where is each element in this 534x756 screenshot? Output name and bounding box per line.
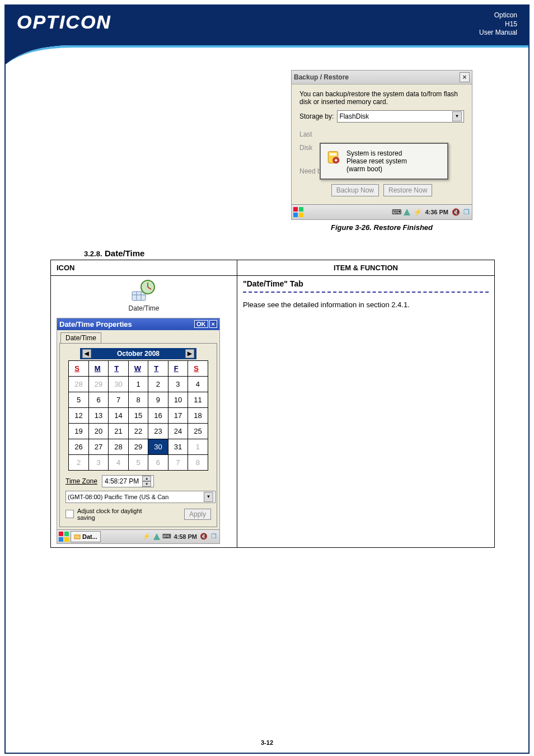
calendar-day[interactable]: 10 <box>168 392 188 407</box>
calendar-day[interactable]: 8 <box>188 454 208 470</box>
daylight-label: Adjust clock for daylight saving <box>77 508 161 521</box>
calendar-day[interactable]: 16 <box>148 407 168 423</box>
keyboard-icon[interactable]: ⌨ <box>392 208 401 217</box>
time-spinner[interactable]: 4:58:27 PM ▲ ▼ <box>102 475 154 487</box>
month-selector: ◀ October 2008 ▶ <box>80 348 196 359</box>
calendar-day[interactable]: 23 <box>148 423 168 439</box>
datetime-tab[interactable]: Date/Time <box>60 332 101 343</box>
calendar-day[interactable]: 5 <box>69 392 88 407</box>
battery-icon[interactable]: ⚡ <box>413 208 422 217</box>
calendar-day[interactable]: 6 <box>88 392 108 407</box>
backup-now-button[interactable]: Backup Now <box>331 184 379 196</box>
svg-rect-17 <box>64 537 69 542</box>
keyboard-icon[interactable]: ⌨ <box>162 532 171 541</box>
taskbar: ⌨ ⚡ 4:36 PM 🔇 ❐ <box>292 204 472 219</box>
timezone-combo[interactable]: (GMT-08:00) Pacific Time (US & Can ▼ <box>65 491 216 503</box>
svg-rect-15 <box>64 532 69 536</box>
calendar-day[interactable]: 22 <box>128 423 148 439</box>
calendar-day[interactable]: 3 <box>168 376 188 392</box>
section-number: 3.2.8. <box>84 250 102 258</box>
prev-month-button[interactable]: ◀ <box>82 349 91 358</box>
battery-icon[interactable]: ⚡ <box>142 532 151 541</box>
calendar-day[interactable]: 25 <box>188 423 208 439</box>
calendar-day[interactable]: 28 <box>109 439 128 454</box>
calendar-day[interactable]: 9 <box>148 392 168 407</box>
close-icon[interactable]: × <box>209 320 217 328</box>
calendar-day[interactable]: 6 <box>148 454 168 470</box>
calendar-day[interactable]: 29 <box>128 439 148 454</box>
taskbar-time: 4:58 PM <box>172 533 198 540</box>
col-icon-header: ICON <box>51 260 237 275</box>
calendar-day[interactable]: 1 <box>128 376 148 392</box>
calendar-day[interactable]: 2 <box>69 454 88 470</box>
calendar-day[interactable]: 4 <box>188 376 208 392</box>
svg-rect-16 <box>59 537 63 542</box>
calendar-day[interactable]: 28 <box>69 376 88 392</box>
spin-down-icon[interactable]: ▼ <box>142 481 151 487</box>
calendar-day[interactable]: 17 <box>168 407 188 423</box>
calendar-day[interactable]: 27 <box>88 439 108 454</box>
restore-now-button[interactable]: Restore Now <box>383 184 432 196</box>
calendar-day[interactable]: 8 <box>128 392 148 407</box>
network-icon[interactable] <box>402 208 411 217</box>
calendar-day[interactable]: 14 <box>109 407 128 423</box>
calendar-day[interactable]: 13 <box>88 407 108 423</box>
close-icon[interactable]: × <box>460 72 470 82</box>
calendar[interactable]: SMTWTFS 28293012345678910111213141516171… <box>68 360 208 471</box>
calendar-day[interactable]: 3 <box>88 454 108 470</box>
daylight-checkbox[interactable] <box>65 510 74 518</box>
storage-combo[interactable]: FlashDisk ▼ <box>337 110 464 123</box>
calendar-day[interactable]: 29 <box>88 376 108 392</box>
month-label: October 2008 <box>117 350 160 358</box>
start-icon[interactable] <box>58 531 69 542</box>
icon-cell: Date/Time Date/Time Properties OK × Date… <box>51 275 237 547</box>
divider <box>243 292 489 293</box>
volume-icon[interactable]: 🔇 <box>451 208 460 217</box>
apply-button[interactable]: Apply <box>184 509 211 520</box>
calendar-day[interactable]: 7 <box>109 392 128 407</box>
taskbar-task[interactable]: Dat... <box>71 531 101 542</box>
calendar-day[interactable]: 30 <box>109 376 128 392</box>
calendar-day[interactable]: 24 <box>168 423 188 439</box>
calendar-day[interactable]: 19 <box>69 423 88 439</box>
storage-label: Storage by: <box>299 112 334 120</box>
chevron-down-icon[interactable]: ▼ <box>204 492 213 502</box>
start-icon[interactable] <box>293 206 304 218</box>
volume-icon[interactable]: 🔇 <box>199 532 208 541</box>
dt-titlebar: Date/Time Properties OK × <box>57 318 219 330</box>
task-label: Dat... <box>82 533 97 540</box>
svg-rect-18 <box>74 535 80 539</box>
next-month-button[interactable]: ▶ <box>185 349 194 358</box>
calendar-day[interactable]: 30 <box>148 439 168 454</box>
calendar-day[interactable]: 2 <box>148 376 168 392</box>
desktop-icon[interactable]: ❐ <box>462 208 471 217</box>
ok-button[interactable]: OK <box>194 320 208 328</box>
calendar-dow: F <box>168 360 188 376</box>
message-text: System is restored Please reset system (… <box>346 149 407 173</box>
calendar-day[interactable]: 21 <box>109 423 128 439</box>
calendar-day[interactable]: 4 <box>109 454 128 470</box>
taskbar-time: 4:36 PM <box>424 209 449 215</box>
datetime-icon-figure: Date/Time <box>57 279 231 312</box>
network-icon[interactable] <box>152 532 161 541</box>
message-box: System is restored Please reset system (… <box>320 143 448 180</box>
calendar-day[interactable]: 20 <box>88 423 108 439</box>
svg-rect-14 <box>59 532 63 536</box>
calendar-day[interactable]: 18 <box>188 407 208 423</box>
calendar-day[interactable]: 5 <box>128 454 148 470</box>
dt-taskbar: Dat... ⚡ ⌨ 4:58 PM 🔇 ❐ <box>57 529 219 543</box>
calendar-day[interactable]: 31 <box>168 439 188 454</box>
calendar-day[interactable]: 7 <box>168 454 188 470</box>
storage-value: FlashDisk <box>339 112 369 120</box>
svg-rect-5 <box>293 213 298 217</box>
svg-rect-4 <box>299 207 303 212</box>
spin-up-icon[interactable]: ▲ <box>142 476 151 481</box>
calendar-day[interactable]: 26 <box>69 439 88 454</box>
calendar-day[interactable]: 15 <box>128 407 148 423</box>
calendar-day[interactable]: 11 <box>188 392 208 407</box>
calendar-day[interactable]: 1 <box>188 439 208 454</box>
svg-rect-3 <box>293 207 298 212</box>
desktop-icon[interactable]: ❐ <box>209 532 218 541</box>
chevron-down-icon[interactable]: ▼ <box>452 111 462 121</box>
calendar-day[interactable]: 12 <box>69 407 88 423</box>
